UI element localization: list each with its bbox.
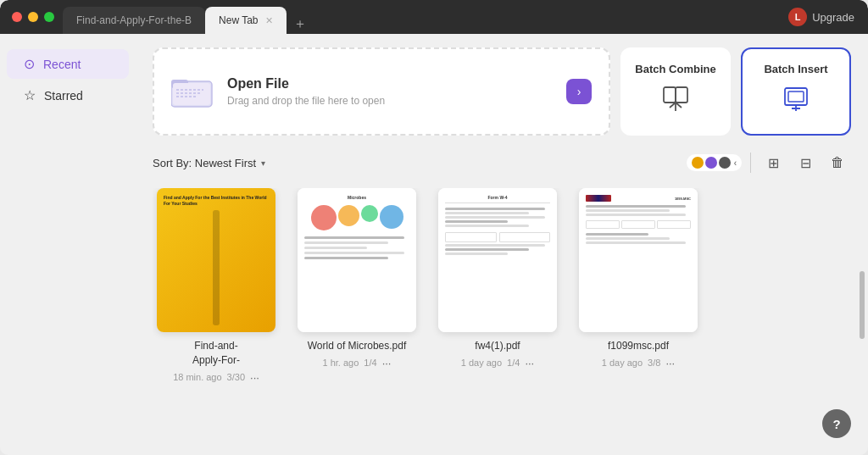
file-meta-1: 18 min. ago 3/30 ··· (173, 371, 259, 384)
swatch-orange (692, 157, 704, 169)
tab-inactive-label: Find-and-Apply-For-the-B (76, 14, 192, 26)
sort-dropdown[interactable]: Sort By: Newest First ▾ (153, 157, 265, 169)
user-avatar: L (788, 8, 807, 26)
svg-rect-10 (788, 92, 804, 102)
maximize-traffic-light[interactable] (44, 12, 54, 22)
new-tab-button[interactable]: ＋ (290, 14, 310, 34)
help-label: ? (832, 417, 840, 431)
open-file-arrow-button[interactable]: › (566, 79, 592, 104)
file-pages-4: 3/8 (648, 358, 660, 368)
file-thumbnail-2[interactable]: Microbes (298, 188, 416, 332)
arrow-icon: › (577, 85, 581, 98)
delete-button[interactable]: 🗑 (824, 149, 851, 176)
tabs-area: Find-and-Apply-For-the-B New Tab ✕ ＋ (63, 0, 310, 34)
batch-combine-card[interactable]: Batch Combine (620, 47, 731, 136)
file-more-4[interactable]: ··· (665, 357, 675, 369)
list-item: 1099-MSC f (575, 188, 702, 384)
help-button[interactable]: ? (822, 409, 851, 438)
sidebar-recent-label: Recent (43, 58, 81, 71)
swatch-chevron-icon: ‹ (734, 158, 737, 168)
svg-rect-7 (676, 87, 687, 103)
file-meta-4: 1 day ago 3/8 ··· (602, 357, 675, 369)
file-pages-1: 3/30 (227, 372, 245, 382)
main-area: ⊙ Recent ☆ Starred (0, 34, 868, 455)
upgrade-button[interactable]: L Upgrade (788, 8, 854, 26)
file-time-1: 18 min. ago (173, 372, 221, 382)
file-time-3: 1 day ago (461, 358, 502, 368)
file-thumbnail-3[interactable]: Form W-4 (438, 188, 557, 332)
color-filter[interactable]: ‹ (687, 154, 742, 171)
star-icon: ☆ (24, 87, 36, 103)
folder-icon (171, 75, 214, 108)
file-name-4: f1099msc.pdf (608, 339, 669, 353)
file-name-1: Find-and-Apply-For- (192, 339, 240, 368)
file-pages-3: 1/4 (507, 358, 520, 368)
sidebar: ⊙ Recent ☆ Starred (0, 34, 136, 455)
controls-row: Sort By: Newest First ▾ ‹ ⊞ ⊟ 🗑 (153, 149, 851, 176)
tab-active-label: New Tab (219, 14, 258, 26)
batch-combine-icon (660, 84, 691, 120)
scrollbar[interactable] (860, 271, 865, 339)
file-thumbnail-4[interactable]: 1099-MSC (579, 188, 698, 332)
sort-chevron-icon: ▾ (261, 158, 265, 168)
open-file-title: Open File (227, 76, 553, 92)
file-name-3: fw4(1).pdf (475, 339, 520, 353)
batch-insert-icon (781, 84, 811, 120)
file-more-1[interactable]: ··· (250, 371, 259, 384)
file-more-3[interactable]: ··· (525, 357, 534, 369)
batch-combine-title: Batch Combine (635, 63, 715, 75)
list-item: Microbes World of Mic (293, 188, 420, 384)
file-name-2: World of Microbes.pdf (308, 339, 407, 353)
sort-label: Sort By: Newest First (153, 157, 256, 169)
swatch-purple (705, 157, 717, 169)
list-item: Find and Apply For the Best Institutes i… (153, 188, 280, 384)
file-meta-2: 1 hr. ago 1/4 ··· (323, 357, 392, 369)
content-area: Open File Drag and drop the file here to… (136, 34, 868, 455)
cards-row: Open File Drag and drop the file here to… (153, 47, 851, 136)
file-thumbnail-1[interactable]: Find and Apply For the Best Institutes i… (157, 188, 275, 332)
close-traffic-light[interactable] (12, 12, 22, 22)
tab-find-and-apply[interactable]: Find-and-Apply-For-the-B (63, 7, 205, 34)
file-meta-3: 1 day ago 1/4 ··· (461, 357, 534, 369)
file-pages-2: 1/4 (364, 358, 376, 368)
grid-view-button[interactable]: ⊞ (760, 149, 787, 176)
recent-icon: ⊙ (24, 56, 35, 72)
list-view-button[interactable]: ⊟ (792, 149, 819, 176)
minimize-traffic-light[interactable] (28, 12, 38, 22)
upgrade-label: Upgrade (812, 11, 854, 24)
list-item: Form W-4 fw4 (434, 188, 561, 384)
open-file-info: Open File Drag and drop the file here to… (227, 76, 553, 107)
view-controls: ‹ ⊞ ⊟ 🗑 (687, 149, 851, 176)
view-divider (750, 153, 751, 173)
file-more-2[interactable]: ··· (382, 357, 392, 369)
open-file-subtitle: Drag and drop the file here to open (227, 95, 553, 107)
sidebar-starred-label: Starred (44, 89, 83, 103)
svg-rect-2 (173, 83, 210, 105)
tab-new[interactable]: New Tab ✕ (205, 7, 286, 34)
batch-insert-card[interactable]: Batch Insert (741, 47, 851, 136)
batch-insert-title: Batch Insert (764, 63, 827, 75)
tab-close-icon[interactable]: ✕ (265, 16, 273, 25)
svg-rect-6 (664, 87, 676, 103)
open-file-card[interactable]: Open File Drag and drop the file here to… (153, 47, 610, 136)
file-time-4: 1 day ago (602, 358, 643, 368)
title-bar: Find-and-Apply-For-the-B New Tab ✕ ＋ L U… (0, 0, 868, 34)
traffic-lights (0, 12, 54, 22)
sidebar-item-recent[interactable]: ⊙ Recent (7, 49, 129, 79)
file-grid: Find and Apply For the Best Institutes i… (153, 188, 851, 384)
sidebar-item-starred[interactable]: ☆ Starred (7, 80, 129, 110)
file-time-2: 1 hr. ago (323, 358, 359, 368)
swatch-dark (719, 157, 731, 169)
